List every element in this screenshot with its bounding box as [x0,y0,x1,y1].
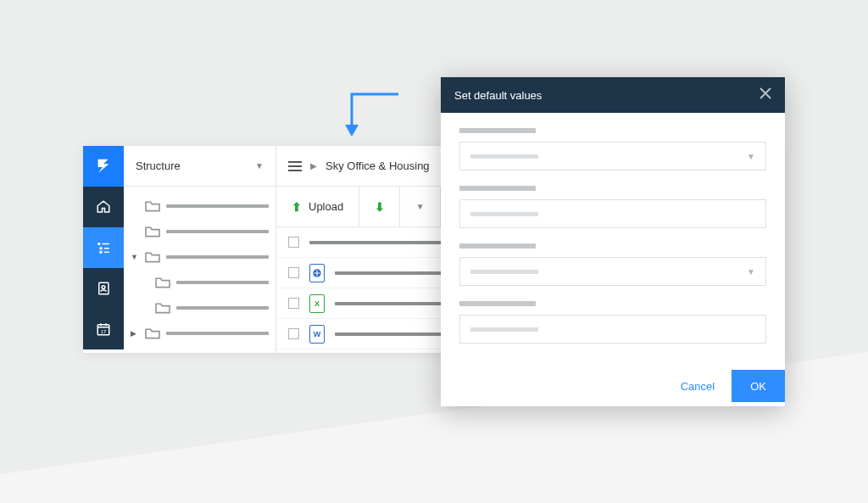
folder-icon [144,250,161,264]
folder-icon [144,327,161,340]
field-select-3[interactable]: ▼ [459,257,766,286]
caret-down-icon: ▼ [416,202,425,211]
close-button[interactable] [760,87,771,103]
download-icon: ⬇ [375,200,385,214]
tree-label [176,306,269,310]
bricsys-logo-icon [94,157,113,176]
tree-label [166,204,269,208]
svg-rect-1 [103,243,109,245]
xls-file-icon: X [309,294,325,313]
tree-label [176,281,269,284]
svg-point-7 [102,286,105,289]
row-checkbox[interactable] [288,328,299,339]
annotation-arrow [326,87,403,147]
row-checkbox[interactable] [288,298,299,309]
menu-icon[interactable] [288,161,302,171]
tree-row[interactable]: ▶ [124,321,275,346]
dialog-body: ▼ ▼ [441,113,785,366]
svg-text:17: 17 [101,329,107,334]
folder-icon [154,276,171,289]
calendar-icon: 17 [96,321,111,337]
set-default-values-dialog: Set default values ▼ ▼ [441,77,785,406]
dialog-title: Set default values [454,89,542,102]
doc-file-icon: W [309,325,325,344]
svg-rect-3 [104,248,109,249]
structure-icon [96,240,111,255]
field-label-2 [459,186,536,191]
field-label-1 [459,128,536,133]
app-logo[interactable] [83,146,124,187]
tree-label [166,255,269,259]
nav-structure[interactable] [83,227,124,268]
address-book-icon [96,281,111,296]
download-button[interactable]: ⬇ [359,187,400,226]
select-placeholder [470,154,538,159]
upload-icon: ⬆ [292,200,302,214]
breadcrumb-path[interactable]: Sky Office & Housing [326,159,430,172]
upload-label: Upload [309,200,343,213]
input-placeholder [470,327,538,332]
expand-toggle[interactable]: ▶ [131,329,139,338]
structure-label: Structure [136,159,181,172]
close-icon [760,87,771,99]
folder-icon [154,301,171,315]
row-checkbox[interactable] [288,267,299,278]
toolbar-more[interactable]: ▼ [400,187,441,226]
home-icon [96,199,111,215]
dialog-footer: Cancel OK [441,366,785,406]
caret-down-icon: ▼ [255,161,264,170]
field-input-2[interactable] [459,199,766,228]
dialog-header: Set default values [441,77,785,113]
nav-rail: 17 [83,146,124,353]
field-input-4[interactable] [459,315,766,344]
tree-row[interactable] [124,219,275,244]
structure-dropdown[interactable]: Structure ▼ [124,146,275,187]
tree-label [166,332,269,335]
svg-rect-0 [97,243,100,245]
field-select-1[interactable]: ▼ [459,142,766,170]
tree-label [166,230,269,233]
nav-home[interactable] [83,187,124,227]
tree-row[interactable] [124,295,275,321]
field-label-3 [459,243,536,249]
nav-calendar[interactable]: 17 [83,309,124,349]
folder-tree: ▼ ▶ [124,187,275,353]
input-placeholder [470,212,538,216]
folder-icon [144,225,161,238]
chevron-right-icon: ▶ [310,161,317,170]
cancel-button[interactable]: Cancel [664,380,732,393]
svg-rect-2 [100,247,103,249]
expand-toggle[interactable]: ▼ [131,253,139,261]
nav-contacts[interactable] [83,268,124,309]
tree-row[interactable] [124,270,275,295]
structure-column: Structure ▼ ▼ [124,146,276,353]
row-checkbox[interactable] [288,237,299,248]
folder-icon [144,199,161,213]
upload-button[interactable]: ⬆ Upload [276,187,359,226]
tree-row[interactable]: ▼ [124,244,275,270]
svg-rect-4 [100,251,103,254]
tree-row[interactable] [124,193,275,219]
svg-rect-5 [104,252,109,254]
chevron-down-icon: ▼ [747,267,755,277]
ok-button[interactable]: OK [732,370,785,402]
dwg-file-icon [309,264,325,282]
field-label-4 [459,301,536,306]
select-placeholder [470,270,538,274]
chevron-down-icon: ▼ [747,152,755,161]
